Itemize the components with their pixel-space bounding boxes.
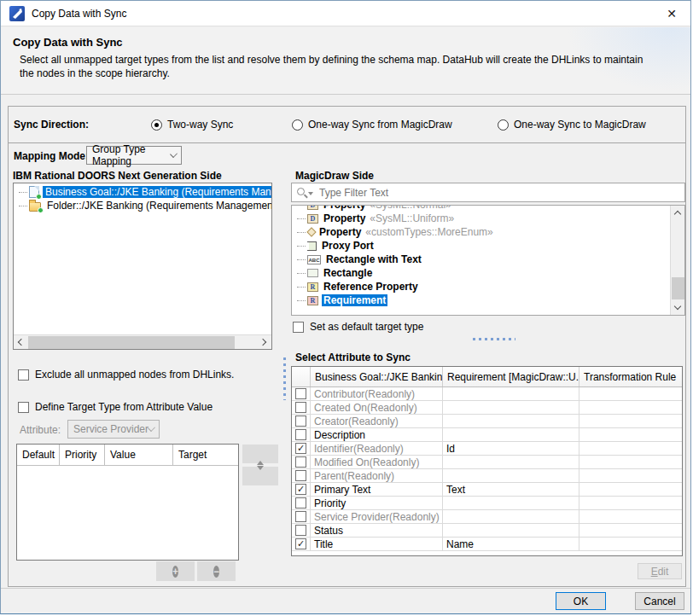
checkbox-label: Define Target Type from Attribute Value — [35, 401, 213, 413]
mapping-mode-select[interactable]: Group Type Mapping — [86, 146, 182, 165]
table-row[interactable]: Contributor(Readonly) — [292, 387, 682, 401]
radio-label: One-way Sync to MagicDraw — [514, 119, 646, 131]
radio-one-way-from-magicdraw[interactable]: One-way Sync from MagicDraw — [292, 118, 452, 131]
row-checkbox[interactable] — [295, 497, 306, 508]
doors-tree[interactable]: Business Goal::/JKE Banking (Requirement… — [13, 183, 272, 350]
define-target-type-checkbox[interactable]: Define Target Type from Attribute Value — [18, 401, 213, 413]
enum-diamond-icon — [306, 227, 316, 236]
ok-button[interactable]: OK — [556, 592, 606, 610]
scroll-up-icon[interactable] — [671, 206, 685, 220]
table-row[interactable]: Priority — [292, 497, 682, 510]
chevron-down-icon — [148, 424, 155, 432]
row-checkbox[interactable]: ✓ — [295, 443, 306, 454]
list-item-label: Rectangle with Text — [324, 253, 423, 265]
value-target-table[interactable]: Default Priority Value Target — [16, 444, 239, 561]
col-source: Business Goal::/JKE Banking... — [311, 367, 443, 386]
attr-target — [443, 428, 579, 441]
minus-icon: − — [213, 566, 219, 578]
checkbox-label: Set as default target type — [310, 321, 423, 333]
tree-horizontal-scrollbar[interactable] — [14, 334, 271, 349]
plus-icon: + — [172, 566, 178, 578]
list-item-rectangle-with-text[interactable]: ABC Rectangle with Text — [292, 253, 670, 266]
attribute-sync-table[interactable]: Business Goal::/JKE Banking... Requireme… — [291, 366, 683, 556]
row-checkbox[interactable]: ✓ — [295, 484, 306, 495]
select-attribute-heading: Select Attribute to Sync — [295, 352, 411, 363]
list-item-rectangle[interactable]: Rectangle — [292, 266, 670, 280]
move-down-button[interactable] — [242, 467, 278, 485]
list-item-label: Reference Property — [322, 281, 420, 293]
table-row[interactable]: Description — [292, 428, 682, 442]
exclude-unmapped-checkbox[interactable]: Exclude all unmapped nodes from DHLinks. — [18, 369, 234, 381]
magicdraw-type-list[interactable]: D Property «SysML::Normal» D Property «S… — [291, 205, 685, 316]
set-default-target-type-checkbox[interactable]: Set as default target type — [293, 321, 423, 333]
table-row[interactable]: ✓ Identifier(Readonly) Id — [292, 442, 682, 456]
vertical-splitter-handle[interactable] — [283, 357, 286, 400]
list-item-stereotype: «SysML::Normal» — [370, 205, 451, 211]
tree-item-folder[interactable]: Folder::/JKE Banking (Requirements Manag… — [14, 199, 271, 212]
row-checkbox[interactable] — [295, 402, 306, 413]
move-up-button[interactable] — [242, 445, 278, 463]
col-checkbox — [292, 367, 311, 386]
radio-icon — [292, 119, 303, 131]
scroll-right-icon[interactable] — [257, 335, 271, 350]
scroll-down-icon[interactable] — [671, 300, 685, 315]
table-row[interactable]: Status — [292, 524, 682, 538]
row-checkbox[interactable] — [295, 416, 306, 427]
list-vertical-scrollbar[interactable] — [670, 206, 684, 315]
attr-rule — [579, 442, 682, 455]
table-row[interactable]: Parent(Readonly) — [292, 469, 682, 483]
tree-item-business-goal[interactable]: Business Goal::/JKE Banking (Requirement… — [14, 185, 271, 199]
list-item-property-normal[interactable]: D Property «SysML::Normal» — [292, 205, 670, 212]
attr-name: Status — [311, 524, 443, 537]
radio-two-way-sync[interactable]: Two-way Sync — [151, 118, 233, 131]
attr-name: Primary Text — [311, 483, 443, 496]
table-row[interactable]: ✓ Title Name — [292, 538, 682, 551]
cancel-button[interactable]: Cancel — [635, 592, 684, 610]
row-checkbox[interactable] — [295, 511, 306, 522]
type-filter-box[interactable] — [291, 183, 685, 202]
header-title: Copy Data with Sync — [13, 36, 123, 49]
table-row[interactable]: Service Provider(Readonly) — [292, 510, 682, 524]
arrow-down-icon — [257, 466, 264, 483]
row-checkbox[interactable] — [295, 388, 306, 399]
row-checkbox[interactable] — [295, 525, 306, 536]
search-options-chevron-icon[interactable] — [308, 192, 313, 195]
row-checkbox[interactable] — [295, 429, 306, 440]
list-item-property-uniform[interactable]: D Property «SysML::Uniform» — [292, 212, 670, 225]
attr-name: Priority — [311, 497, 443, 509]
list-item-label: Property — [322, 205, 367, 211]
row-checkbox[interactable] — [295, 456, 306, 468]
folder-badge-icon — [29, 202, 41, 212]
scrollbar-thumb[interactable] — [672, 277, 684, 299]
radio-one-way-to-magicdraw[interactable]: One-way Sync to MagicDraw — [498, 118, 646, 131]
tree-item-label: Folder::/JKE Banking (Requirements Manag… — [44, 200, 271, 212]
type-filter-input[interactable] — [317, 185, 676, 200]
table-row[interactable]: Created On(Readonly) — [292, 401, 682, 415]
attribute-select: Service Provider — [67, 420, 160, 439]
remove-row-button[interactable]: − — [197, 561, 236, 581]
mapping-mode-value: Group Type Mapping — [92, 143, 181, 167]
attr-name: Created On(Readonly) — [311, 401, 443, 414]
edit-button[interactable]: Edit — [638, 563, 682, 579]
scrollbar-thumb[interactable] — [28, 336, 235, 349]
attr-target — [443, 497, 579, 509]
row-checkbox[interactable]: ✓ — [295, 538, 306, 549]
add-row-button[interactable]: + — [156, 561, 195, 581]
content-panel: Sync Direction: Two-way Sync One-way Syn… — [8, 106, 686, 587]
attr-target — [443, 387, 579, 400]
scroll-left-icon[interactable] — [14, 335, 28, 350]
copy-data-with-sync-dialog: Copy Data with Sync ✕ Copy Data with Syn… — [0, 0, 691, 614]
close-icon[interactable]: ✕ — [664, 6, 679, 21]
tree-line — [297, 273, 306, 274]
list-item-property-moreenum[interactable]: Property «customTypes::MoreEnum» — [292, 225, 670, 239]
table-row[interactable]: Creator(Readonly) — [292, 415, 682, 428]
list-item-reference-property[interactable]: R Reference Property — [292, 280, 670, 293]
list-item-proxy-port[interactable]: Proxy Port — [292, 239, 670, 253]
row-checkbox[interactable] — [295, 470, 306, 481]
checkbox-icon — [293, 322, 304, 333]
list-item-requirement[interactable]: R Requirement — [292, 293, 670, 307]
table-row[interactable]: ✓ Primary Text Text — [292, 483, 682, 497]
table-row[interactable]: Modified On(Readonly) — [292, 456, 682, 469]
horizontal-splitter-handle[interactable] — [473, 338, 515, 340]
attr-target: Text — [443, 483, 579, 496]
